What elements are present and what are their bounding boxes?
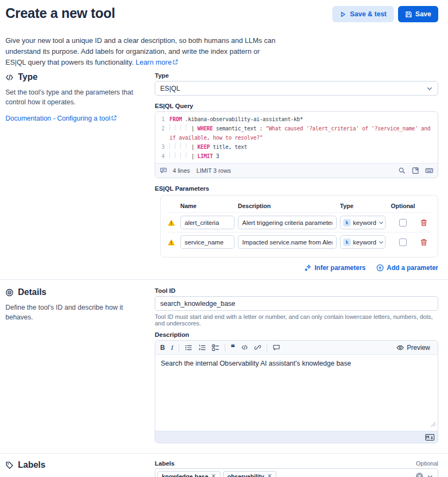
code-button[interactable] <box>241 344 249 351</box>
resize-handle-icon[interactable] <box>431 419 436 429</box>
bold-button[interactable]: B <box>160 344 166 352</box>
tag-icon <box>5 461 14 469</box>
markdown-toolbar: B I ❝ <box>155 341 438 355</box>
chevron-down-icon <box>426 85 433 92</box>
save-icon <box>405 11 412 18</box>
keyword-token-icon: k <box>343 219 351 227</box>
quote-button[interactable]: ❝ <box>230 345 236 350</box>
documentation-icon[interactable] <box>412 167 419 174</box>
indent-guides <box>169 124 191 130</box>
line-number: 2 <box>155 124 169 133</box>
type-section-heading: Type <box>5 72 145 82</box>
labels-section-form: Labels Optional knowledge-base ✕ observa… <box>155 460 438 477</box>
italic-button[interactable]: I <box>171 343 174 352</box>
code-area[interactable]: 1 FROM .kibana-observability-ai-assistan… <box>155 112 438 163</box>
toolbar-separator <box>267 344 267 352</box>
description-markdown-editor: B I ❝ <box>155 340 438 443</box>
line-count: 4 lines <box>173 167 190 174</box>
preview-button[interactable]: Preview <box>393 343 433 352</box>
parameters-panel: Name Description Type Optional k keyword <box>160 195 438 258</box>
remove-label-icon[interactable]: ✕ <box>211 473 216 477</box>
toolbar-separator <box>225 344 225 352</box>
keyboard-icon[interactable] <box>425 167 433 174</box>
tool-id-label: Tool ID <box>155 287 438 294</box>
parameters-table-header: Name Description Type Optional <box>167 200 431 213</box>
keyword-token-icon: k <box>343 238 351 246</box>
delete-parameter-button[interactable] <box>420 238 431 246</box>
tool-id-input[interactable] <box>155 296 438 311</box>
column-header-optional: Optional <box>389 203 417 209</box>
delete-parameter-button[interactable] <box>420 219 431 227</box>
limit-rows: LIMIT 3 rows <box>197 167 231 174</box>
external-link-icon <box>111 115 117 122</box>
param-name-input[interactable] <box>180 235 235 249</box>
bullseye-icon <box>5 288 14 297</box>
details-section-heading: Details <box>5 287 145 297</box>
task-list-button[interactable] <box>211 344 220 352</box>
esql-query-editor[interactable]: 1 FROM .kibana-observability-ai-assistan… <box>155 111 438 178</box>
optional-checkbox[interactable] <box>399 219 407 227</box>
code-icon <box>5 73 14 81</box>
parameter-row: k keyword <box>167 233 431 252</box>
page-description: Give your new tool a unique ID and a cle… <box>5 35 280 68</box>
optional-checkbox[interactable] <box>399 238 407 246</box>
unordered-list-button[interactable] <box>184 344 193 352</box>
param-type-select[interactable]: k keyword <box>340 235 386 249</box>
comment-button[interactable] <box>272 344 281 352</box>
add-parameter-button[interactable]: Add a parameter <box>376 264 438 272</box>
link-button[interactable] <box>254 344 262 351</box>
clear-all-icon[interactable] <box>415 472 424 477</box>
optional-hint: Optional <box>416 460 438 467</box>
description-textarea[interactable]: Search the internal Observability AI ass… <box>161 360 432 426</box>
plus-circle-icon <box>376 264 384 272</box>
play-icon <box>339 11 346 18</box>
feedback-icon[interactable] <box>160 167 167 174</box>
create-tool-page: Create a new tool Save & test Save Give … <box>0 5 448 272</box>
esql-query-label: ES|QL Query <box>155 103 438 109</box>
labels-section-info: Labels Add labels for filtering and orga… <box>5 460 155 477</box>
remove-label-icon[interactable]: ✕ <box>267 473 272 477</box>
eye-icon <box>396 344 404 352</box>
page-title: Create a new tool <box>5 5 115 21</box>
line-number <box>155 133 169 142</box>
param-description-input[interactable] <box>238 216 337 229</box>
parameter-actions: Infer parameters Add a parameter <box>155 264 438 272</box>
details-section-info: Details Define the tool's ID and describ… <box>5 287 155 443</box>
type-select[interactable]: ES|QL <box>155 81 438 96</box>
documentation-link[interactable]: Documentation - Configuring a tool <box>5 115 117 122</box>
markdown-syntax-icon[interactable] <box>425 434 434 441</box>
chevron-down-icon[interactable] <box>427 473 433 477</box>
labels-section: Labels Add labels for filtering and orga… <box>5 460 438 477</box>
type-section-description: Set the tool's type and the parameters t… <box>5 87 144 107</box>
search-icon[interactable] <box>398 167 406 174</box>
section-divider <box>0 279 448 280</box>
type-section: Type Set the tool's type and the paramet… <box>5 72 438 272</box>
code-line: 4 | LIMIT 3 <box>155 152 436 161</box>
learn-more-link[interactable]: Learn more <box>136 58 178 66</box>
label-pill[interactable]: observability ✕ <box>223 471 276 477</box>
toolbar-separator <box>179 344 179 352</box>
infer-parameters-button[interactable]: Infer parameters <box>304 264 365 272</box>
line-number: 1 <box>155 115 169 124</box>
description-label: Description <box>155 331 438 338</box>
save-and-test-button[interactable]: Save & test <box>332 6 393 22</box>
details-section-description: Define the tool's ID and describe how it… <box>5 303 144 322</box>
label-pill[interactable]: knowledge-base ✕ <box>157 471 220 477</box>
warning-icon <box>167 238 177 246</box>
param-type-select[interactable]: k keyword <box>340 216 386 229</box>
sparkles-icon <box>304 264 312 272</box>
ordered-list-button[interactable] <box>198 344 206 352</box>
line-number: 4 <box>155 152 169 161</box>
save-button[interactable]: Save <box>398 6 438 22</box>
param-name-input[interactable] <box>180 216 235 229</box>
chevron-down-icon <box>378 220 384 225</box>
line-number: 3 <box>155 142 169 152</box>
warning-icon <box>167 219 177 227</box>
header-actions: Save & test Save <box>332 6 438 22</box>
chevron-down-icon <box>378 240 384 245</box>
markdown-body: Search the internal Observability AI ass… <box>155 355 438 431</box>
labels-combobox[interactable]: knowledge-base ✕ observability ✕ <box>155 468 438 477</box>
param-description-input[interactable] <box>238 235 337 249</box>
details-section: Details Define the tool's ID and describ… <box>5 287 438 443</box>
editor-footer: 4 lines LIMIT 3 rows <box>155 163 438 178</box>
